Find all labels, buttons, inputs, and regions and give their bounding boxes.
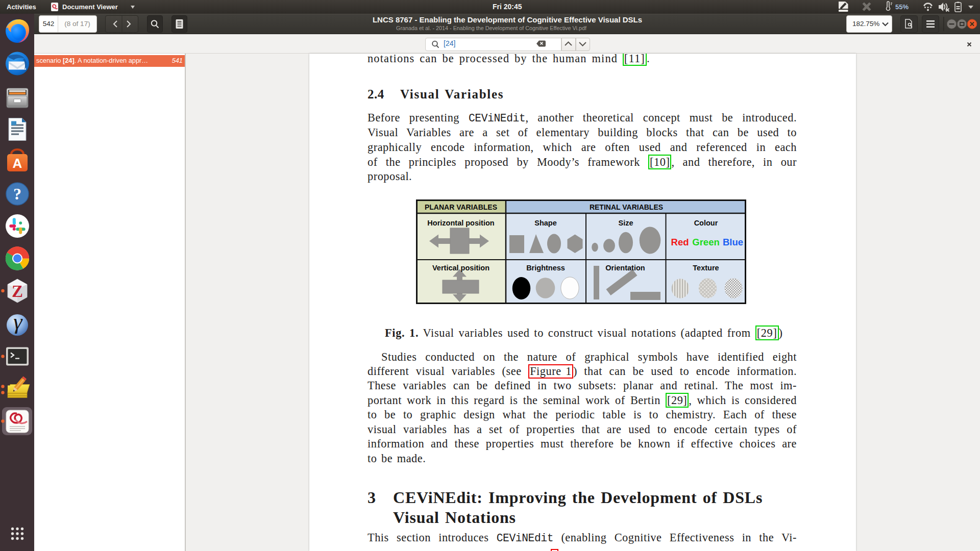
svg-text:Z: Z [12, 282, 23, 300]
svg-text:Red: Red [671, 237, 689, 247]
svg-text:Orientation: Orientation [605, 264, 645, 272]
svg-text:Vertical position: Vertical position [432, 264, 489, 272]
svg-text:Green: Green [692, 237, 719, 247]
svg-text:Texture: Texture [693, 264, 719, 272]
svg-text:Brightness: Brightness [526, 264, 565, 272]
svg-text:Blue: Blue [723, 237, 743, 247]
svg-text:?: ? [13, 185, 21, 203]
svg-text:Size: Size [618, 219, 633, 227]
svg-text:PLANAR VARIABLES: PLANAR VARIABLES [425, 203, 497, 211]
svg-text:RETINAL VARIABLES: RETINAL VARIABLES [590, 203, 663, 211]
svg-text:Shape: Shape [534, 219, 557, 227]
svg-text:Colour: Colour [694, 219, 718, 227]
svg-text:Horizontal position: Horizontal position [427, 219, 494, 227]
svg-text:γ: γ [13, 309, 23, 334]
svg-text:A: A [13, 156, 22, 171]
